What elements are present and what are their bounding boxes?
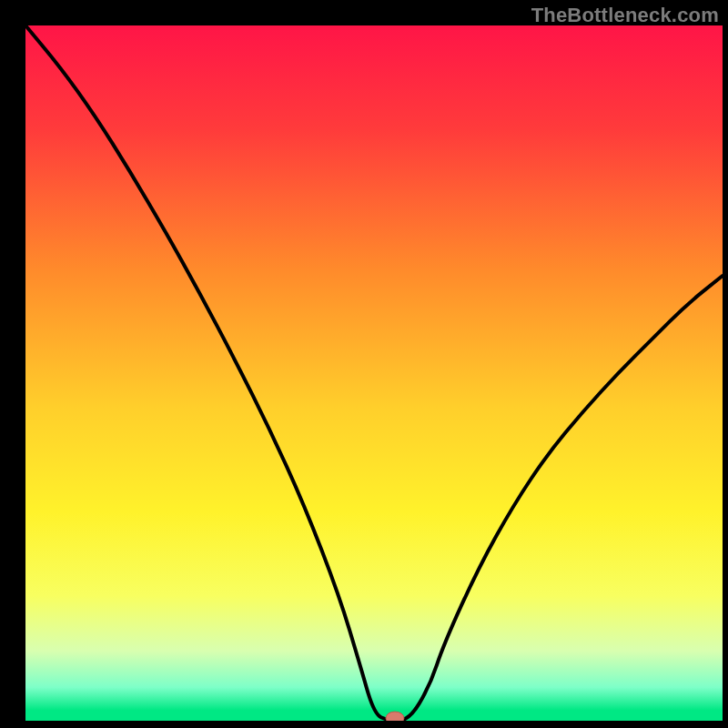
optimal-point-marker bbox=[386, 712, 404, 724]
watermark-text: TheBottleneck.com bbox=[531, 4, 719, 27]
bottleneck-chart bbox=[0, 0, 728, 728]
chart-frame: TheBottleneck.com bbox=[0, 0, 728, 728]
